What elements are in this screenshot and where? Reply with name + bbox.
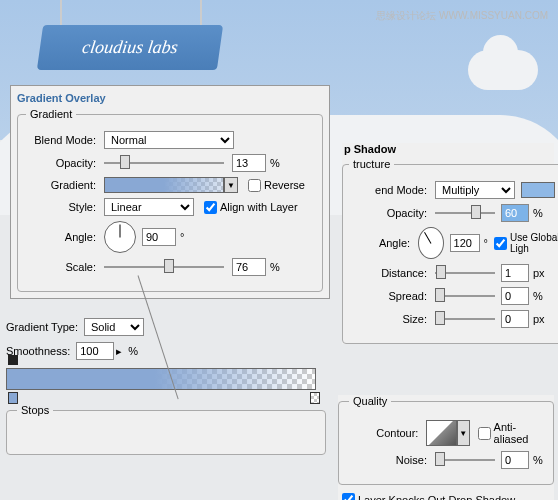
gradient-dropdown-icon[interactable]: ▼ [224,177,238,193]
spread-slider[interactable] [435,287,495,305]
size-input[interactable] [501,310,529,328]
scale-slider[interactable] [104,258,224,276]
deg-unit: ° [484,237,488,249]
gradient-type-label: Gradient Type: [6,321,78,333]
noise-label: Noise: [349,454,427,466]
watermark: 思缘设计论坛 WWW.MISSYUAN.COM [376,8,548,23]
quality-panel: Quality Contour: ▼ Anti-aliased Noise: %… [338,395,554,500]
panel-title: p Shadow [342,143,554,155]
pct-unit: % [533,290,543,302]
quality-fieldset: Quality Contour: ▼ Anti-aliased Noise: % [338,395,554,485]
ds-opacity-input[interactable] [501,204,529,222]
fieldset-legend: Gradient [26,108,76,120]
drop-shadow-panel: p Shadow tructure end Mode: Multiply Opa… [342,143,554,344]
shadow-color-swatch[interactable] [521,182,555,198]
blend-mode-label: end Mode: [349,184,427,196]
gradient-type-select[interactable]: Solid [84,318,144,336]
watermark-main: 思缘设计论坛 [376,10,436,21]
global-light-label[interactable]: Use Global Ligh [494,232,558,254]
noise-slider[interactable] [435,451,495,469]
opacity-input[interactable] [232,154,266,172]
panel-title: Gradient Overlay [17,92,323,104]
blend-mode-label: Blend Mode: [26,134,96,146]
size-label: Size: [349,313,427,325]
gradient-label: Gradient: [26,179,96,191]
pct-unit: % [533,454,543,466]
spread-label: Spread: [349,290,427,302]
opacity-label: Opacity: [26,157,96,169]
structure-fieldset: tructure end Mode: Multiply Opacity: % A… [342,158,558,344]
angle-dial[interactable] [104,221,136,253]
stops-legend: Stops [17,404,53,416]
contour-dropdown-icon[interactable]: ▼ [457,420,470,446]
gradient-overlay-panel: Gradient Overlay Gradient Blend Mode: No… [10,85,330,299]
smoothness-input[interactable] [76,342,114,360]
gradient-editor-panel: Gradient Type: Solid Smoothness: ▸ % Sto… [6,313,326,455]
global-light-checkbox[interactable] [494,237,507,250]
pct-unit: % [270,157,280,169]
ds-angle-input[interactable] [450,234,480,252]
color-stop[interactable] [8,392,18,404]
quality-legend: Quality [349,395,391,407]
ds-angle-dial[interactable] [418,227,444,259]
distance-slider[interactable] [435,264,495,282]
style-select[interactable]: Linear [104,198,194,216]
opacity-stop[interactable] [8,355,18,365]
pct-unit: % [270,261,280,273]
stops-fieldset: Stops [6,404,326,455]
scale-input[interactable] [232,258,266,276]
contour-preview[interactable] [426,420,456,446]
dropdown-icon[interactable]: ▸ [114,345,124,358]
reverse-checkbox-label[interactable]: Reverse [248,179,305,192]
opacity-label: Opacity: [349,207,427,219]
gradient-fieldset: Gradient Blend Mode: Normal Opacity: % G… [17,108,323,292]
reverse-checkbox[interactable] [248,179,261,192]
angle-input[interactable] [142,228,176,246]
fieldset-legend: tructure [349,158,394,170]
anti-aliased-label[interactable]: Anti-aliased [478,421,543,445]
knockout-label[interactable]: Layer Knocks Out Drop Shadow [338,493,554,500]
anti-aliased-checkbox[interactable] [478,427,491,440]
align-checkbox-label[interactable]: Align with Layer [204,201,298,214]
size-slider[interactable] [435,310,495,328]
watermark-sub: WWW.MISSYUAN.COM [439,10,548,21]
ds-blend-mode-select[interactable]: Multiply [435,181,515,199]
spread-input[interactable] [501,287,529,305]
distance-label: Distance: [349,267,427,279]
distance-input[interactable] [501,264,529,282]
logo-sign: cloudius labs [37,25,223,70]
align-checkbox[interactable] [204,201,217,214]
sign-rope [60,0,62,27]
angle-label: Angle: [349,237,410,249]
sign-rope [200,0,202,27]
color-stop[interactable] [310,392,320,404]
pct-unit: % [533,207,543,219]
gradient-preview[interactable] [104,177,224,193]
pct-unit: % [128,345,138,357]
contour-label: Contour: [349,427,418,439]
blend-mode-select[interactable]: Normal [104,131,234,149]
cloud-decoration [468,50,538,90]
gradient-bar[interactable] [6,368,316,390]
angle-label: Angle: [26,231,96,243]
style-label: Style: [26,201,96,213]
opacity-slider[interactable] [104,154,224,172]
px-unit: px [533,267,545,279]
knockout-checkbox[interactable] [342,493,355,500]
px-unit: px [533,313,545,325]
scale-label: Scale: [26,261,96,273]
noise-input[interactable] [501,451,529,469]
deg-unit: ° [180,231,184,243]
ds-opacity-slider[interactable] [435,204,495,222]
